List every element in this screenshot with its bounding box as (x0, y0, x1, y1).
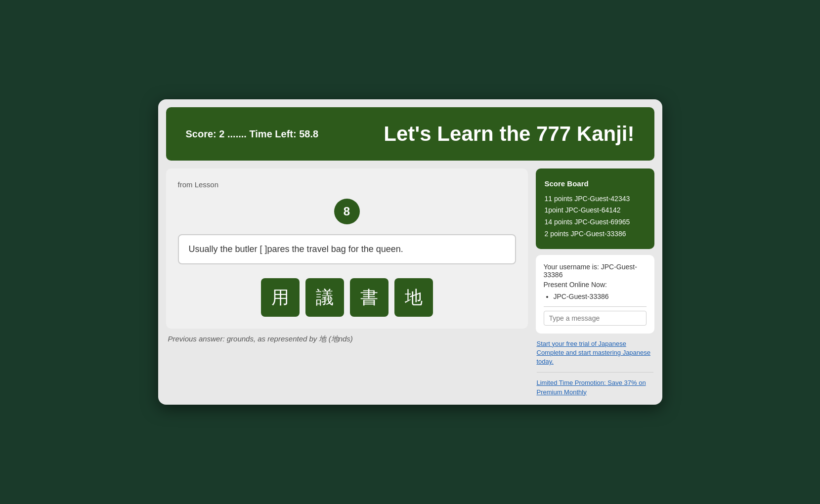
scoreboard-entry-3: 14 points JPC-Guest-69965 (545, 216, 646, 228)
header: Score: 2 ....... Time Left: 58.8 Let's L… (166, 107, 654, 161)
main-content: from Lesson 8 Usually the butler [ ]pare… (158, 168, 662, 405)
message-input[interactable] (544, 311, 647, 326)
sentence-box: Usually the butler [ ]pares the travel b… (178, 234, 516, 264)
right-panel: Score Board 11 points JPC-Guest-42343 1p… (536, 168, 654, 397)
scoreboard-entry-4: 2 points JPC-Guest-33386 (545, 228, 646, 240)
scoreboard-entry-2: 1point JPC-Guest-64142 (545, 205, 646, 216)
online-user-1: JPC-Guest-33386 (554, 293, 647, 300)
kanji-choice-2[interactable]: 議 (305, 278, 344, 317)
promo-link-2[interactable]: Limited Time Promotion: Save 37% on Prem… (537, 378, 653, 396)
promo-links: Start your free trial of Japanese Comple… (536, 339, 654, 397)
kanji-choice-3[interactable]: 書 (350, 278, 388, 317)
online-users-list: JPC-Guest-33386 (544, 293, 647, 300)
kanji-choice-4[interactable]: 地 (394, 278, 433, 317)
previous-answer: Previous answer: grounds, as represented… (166, 335, 528, 344)
user-info-box: Your username is: JPC-Guest-33386 Presen… (536, 255, 654, 334)
scoreboard-title: Score Board (545, 177, 646, 190)
app-title: Let's Learn the 777 Kanji! (384, 122, 634, 146)
kanji-choice-1[interactable]: 用 (261, 278, 300, 317)
app-window: Score: 2 ....... Time Left: 58.8 Let's L… (158, 99, 662, 405)
lesson-number-badge: 8 (334, 199, 360, 224)
scoreboard-box: Score Board 11 points JPC-Guest-42343 1p… (536, 168, 654, 249)
question-box: from Lesson 8 Usually the butler [ ]pare… (166, 168, 528, 329)
scoreboard-entry-1: 11 points JPC-Guest-42343 (545, 193, 646, 205)
from-lesson-label: from Lesson (178, 180, 219, 189)
promo-divider (537, 372, 653, 373)
left-panel: from Lesson 8 Usually the butler [ ]pare… (166, 168, 528, 397)
present-online-label: Present Online Now: (544, 281, 647, 289)
promo-link-1[interactable]: Start your free trial of Japanese Comple… (537, 339, 653, 367)
kanji-choices: 用 議 書 地 (261, 278, 433, 317)
score-display: Score: 2 ....... Time Left: 58.8 (186, 128, 319, 140)
divider-1 (544, 306, 647, 307)
username-display: Your username is: JPC-Guest-33386 (544, 263, 647, 279)
